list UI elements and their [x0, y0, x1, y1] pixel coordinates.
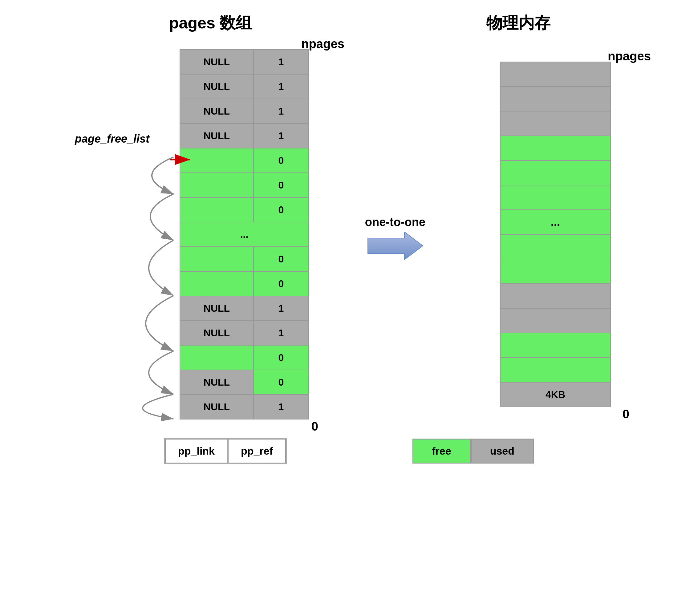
phys-row [500, 86, 611, 111]
cell-ref: 1 [253, 74, 309, 99]
table-row: NULL 1 [180, 124, 309, 148]
npages-label-left: npages [301, 37, 344, 51]
phys-cell-used [500, 62, 611, 86]
table-row: 0 [180, 345, 309, 370]
cell-null-green [180, 271, 253, 296]
phys-row [500, 234, 611, 259]
phys-cell-free [500, 234, 611, 259]
npages-label-right: npages [608, 49, 651, 63]
cell-ref-green: 0 [253, 370, 309, 394]
cell-ref: 1 [253, 394, 309, 419]
phys-cell-dots: ... [500, 210, 611, 234]
one-to-one-label: one-to-one [365, 215, 425, 229]
phys-row [500, 62, 611, 86]
legend-free: free [413, 438, 470, 464]
phys-cell-free [500, 185, 611, 210]
red-arrow-svg [170, 153, 195, 166]
cell-null: NULL [180, 370, 253, 394]
table-row: NULL 1 [180, 99, 309, 124]
cell-null-green [180, 173, 253, 197]
cell-null: NULL [180, 394, 253, 419]
phys-row [500, 136, 611, 160]
svg-marker-3 [367, 232, 423, 260]
cell-ref-green: 0 [253, 271, 309, 296]
arrow-middle-wrapper: one-to-one [361, 215, 429, 260]
table-row: NULL 1 [180, 394, 309, 419]
phys-cell-free [500, 358, 611, 382]
cell-ref: 1 [253, 99, 309, 124]
cell-null: NULL [180, 296, 253, 321]
cell-null: NULL [180, 321, 253, 345]
phys-row [500, 259, 611, 284]
table-row: 0 [180, 173, 309, 197]
phys-row [500, 160, 611, 185]
cell-null-green [180, 197, 253, 222]
cell-ref-green: 0 [253, 148, 309, 173]
table-row: 0 [180, 271, 309, 296]
main-container: pages 数组 物理内存 npages page_free_list [0, 0, 698, 464]
phys-table: ... 4KB [500, 61, 611, 407]
phys-row [500, 284, 611, 308]
phys-cell-used [500, 284, 611, 308]
cell-ref-green: 0 [253, 345, 309, 370]
cell-ref: 1 [253, 124, 309, 148]
phys-cell-free [500, 136, 611, 160]
table-row: 0 [180, 148, 309, 173]
cell-ref: 1 [253, 296, 309, 321]
phys-row [500, 111, 611, 136]
big-arrow-svg [367, 232, 423, 260]
phys-cell-free [500, 259, 611, 284]
diagrams-row: npages page_free_list [87, 37, 611, 420]
cell-ref: 1 [253, 50, 309, 74]
phys-table-container: ... 4KB 0 [500, 61, 611, 407]
phys-row [500, 185, 611, 210]
cell-null: NULL [180, 50, 253, 74]
zero-label-right: 0 [623, 407, 629, 421]
phys-cell-used [500, 86, 611, 111]
cell-ref-green: 0 [253, 173, 309, 197]
cell-null-green [180, 345, 253, 370]
curved-arrows-svg [124, 139, 180, 422]
table-row: 0 [180, 197, 309, 222]
table-row: NULL 1 [180, 50, 309, 74]
top-labels: pages 数组 物理内存 [102, 12, 596, 34]
table-row: NULL 1 [180, 296, 309, 321]
free-list-label: page_free_list [75, 132, 149, 145]
phys-row [500, 358, 611, 382]
pages-table: NULL 1 NULL 1 NULL 1 NULL [180, 49, 309, 420]
pages-table-container: NULL 1 NULL 1 NULL 1 NULL [180, 49, 309, 420]
phys-mem-wrapper: npages ... 4KB [500, 49, 611, 407]
phys-row [500, 333, 611, 358]
legend-pp-ref: pp_ref [228, 439, 286, 463]
legend-color-wrapper: free used [413, 438, 534, 464]
cell-ref-green: 0 [253, 197, 309, 222]
cell-null: NULL [180, 74, 253, 99]
zero-label-left: 0 [311, 420, 318, 433]
left-section-title: pages 数组 [102, 12, 318, 34]
phys-cell-free [500, 160, 611, 185]
cell-ref-green: 0 [253, 247, 309, 271]
cell-ref: 1 [253, 321, 309, 345]
phys-row [500, 308, 611, 333]
cell-null-green [180, 247, 253, 271]
right-section-title: 物理内存 [442, 12, 596, 34]
table-row: NULL 0 [180, 370, 309, 394]
table-row: NULL 1 [180, 74, 309, 99]
phys-cell-used [500, 308, 611, 333]
phys-row-dots: ... [500, 210, 611, 234]
bottom-legend: pp_link pp_ref free used [164, 438, 534, 464]
legend-table-wrapper: pp_link pp_ref [164, 438, 287, 464]
pages-array-wrapper: npages page_free_list [180, 37, 309, 420]
legend-used: used [471, 438, 534, 464]
table-row-dots: ... [180, 222, 309, 247]
phys-row-4kb: 4KB [500, 382, 611, 407]
phys-cell-free [500, 333, 611, 358]
phys-cell-4kb: 4KB [500, 382, 611, 407]
cell-null: NULL [180, 124, 253, 148]
table-row: 0 [180, 247, 309, 271]
table-row: NULL 1 [180, 321, 309, 345]
legend-pp-link: pp_link [165, 439, 228, 463]
cell-null: NULL [180, 99, 253, 124]
cell-dots: ... [180, 222, 309, 247]
phys-cell-used [500, 111, 611, 136]
